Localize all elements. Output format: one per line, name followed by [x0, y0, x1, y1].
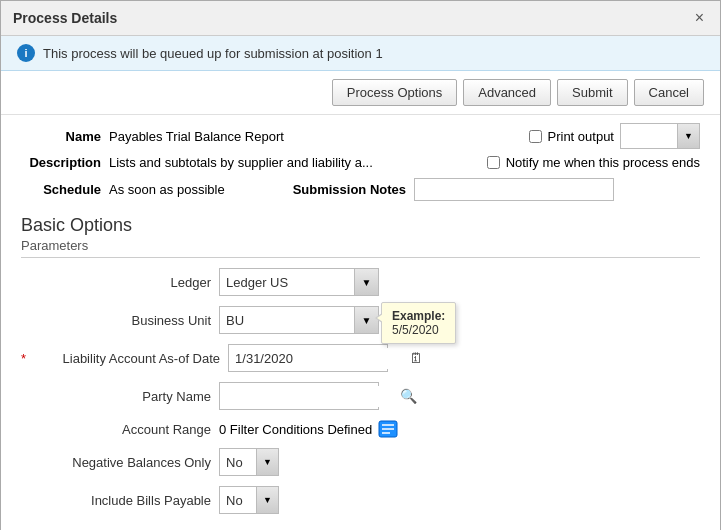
- account-range-filter-icon[interactable]: [378, 420, 398, 438]
- negative-balances-label: Negative Balances Only: [21, 455, 211, 470]
- print-output-label: Print output: [548, 129, 615, 144]
- schedule-value: As soon as possible: [109, 182, 225, 197]
- ledger-label: Ledger: [21, 275, 211, 290]
- liability-date-input-wrapper: 🗓: [228, 344, 388, 372]
- include-bills-select[interactable]: No ▼: [219, 486, 279, 514]
- notify-section: Notify me when this process ends: [487, 155, 700, 170]
- ledger-select[interactable]: Ledger US ▼: [219, 268, 379, 296]
- dialog-title: Process Details: [13, 10, 117, 26]
- include-bills-row: Include Bills Payable No ▼: [21, 486, 700, 514]
- params-section: Ledger Ledger US ▼ Business Unit BU ▼ Ex…: [1, 260, 720, 530]
- tooltip-label: Example:: [392, 309, 445, 323]
- tooltip: Example: 5/5/2020: [381, 302, 456, 344]
- info-banner-text: This process will be queued up for submi…: [43, 46, 383, 61]
- account-range-row: Account Range 0 Filter Conditions Define…: [21, 420, 700, 438]
- party-name-row: Party Name 🔍: [21, 382, 700, 410]
- liability-date-row: * Liability Account As-of Date 🗓: [21, 344, 700, 372]
- basic-options-section: Basic Options Parameters: [1, 209, 720, 260]
- account-range-label: Account Range: [21, 422, 211, 437]
- include-bills-label: Include Bills Payable: [21, 493, 211, 508]
- negative-balances-row: Negative Balances Only No ▼: [21, 448, 700, 476]
- calendar-icon[interactable]: 🗓: [409, 345, 423, 371]
- parameters-label: Parameters: [21, 238, 700, 258]
- notify-label: Notify me when this process ends: [506, 155, 700, 170]
- print-output-checkbox[interactable]: [529, 130, 542, 143]
- description-row: Description Lists and subtotals by suppl…: [1, 153, 720, 174]
- include-bills-value: No: [220, 490, 256, 511]
- submit-button[interactable]: Submit: [557, 79, 627, 106]
- account-range-wrapper: 0 Filter Conditions Defined: [219, 420, 398, 438]
- submission-notes-input[interactable]: [414, 178, 614, 201]
- print-output-section: Print output ▼: [529, 123, 701, 149]
- description-label: Description: [21, 155, 101, 170]
- process-options-button[interactable]: Process Options: [332, 79, 457, 106]
- party-name-search-icon[interactable]: 🔍: [400, 383, 417, 409]
- required-star: *: [21, 351, 26, 366]
- ledger-arrow-icon[interactable]: ▼: [354, 269, 378, 295]
- info-icon: i: [17, 44, 35, 62]
- notify-checkbox[interactable]: [487, 156, 500, 169]
- print-output-select[interactable]: ▼: [620, 123, 700, 149]
- party-name-input[interactable]: [220, 386, 400, 407]
- schedule-row: Schedule As soon as possible Submission …: [1, 174, 720, 209]
- dialog-header: Process Details ×: [1, 1, 720, 36]
- business-unit-select[interactable]: BU ▼: [219, 306, 379, 334]
- submission-notes-label: Submission Notes: [293, 182, 406, 197]
- liability-date-input[interactable]: [229, 348, 409, 369]
- toolbar: Process Options Advanced Submit Cancel: [1, 71, 720, 115]
- close-button[interactable]: ×: [691, 9, 708, 27]
- ledger-value: Ledger US: [220, 272, 354, 293]
- include-bills-arrow-icon[interactable]: ▼: [256, 487, 278, 513]
- business-unit-value: BU: [220, 310, 354, 331]
- description-value: Lists and subtotals by supplier and liab…: [109, 155, 373, 170]
- party-name-input-wrapper: 🔍: [219, 382, 379, 410]
- name-row: Name Payables Trial Balance Report Print…: [1, 115, 720, 153]
- negative-balances-select[interactable]: No ▼: [219, 448, 279, 476]
- liability-date-label: Liability Account As-of Date: [34, 351, 220, 366]
- business-unit-label: Business Unit: [21, 313, 211, 328]
- info-banner: i This process will be queued up for sub…: [1, 36, 720, 71]
- advanced-button[interactable]: Advanced: [463, 79, 551, 106]
- schedule-label: Schedule: [21, 182, 101, 197]
- name-value: Payables Trial Balance Report: [109, 129, 309, 144]
- business-unit-row: Business Unit BU ▼ Example: 5/5/2020: [21, 306, 700, 334]
- negative-balances-arrow-icon[interactable]: ▼: [256, 449, 278, 475]
- process-details-dialog: Process Details × i This process will be…: [0, 0, 721, 530]
- basic-options-title: Basic Options: [21, 215, 700, 236]
- negative-balances-value: No: [220, 452, 256, 473]
- account-range-value: 0 Filter Conditions Defined: [219, 422, 372, 437]
- print-select-arrow[interactable]: ▼: [677, 124, 699, 148]
- party-name-label: Party Name: [21, 389, 211, 404]
- cancel-button[interactable]: Cancel: [634, 79, 704, 106]
- tooltip-value: 5/5/2020: [392, 323, 445, 337]
- ledger-row: Ledger Ledger US ▼: [21, 268, 700, 296]
- name-label: Name: [21, 129, 101, 144]
